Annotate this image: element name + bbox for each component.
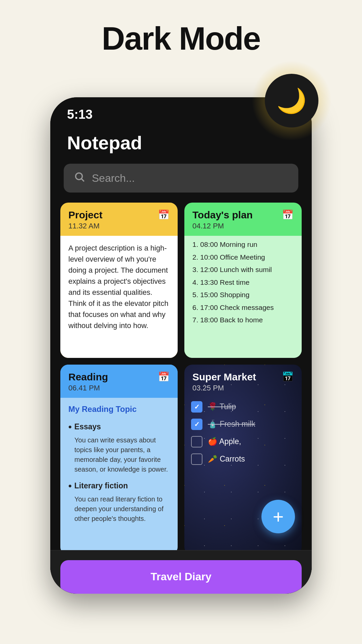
travel-diary-card[interactable]: Travel Diary (60, 560, 302, 594)
todays-plan-card-body: 1. 08:00 Morning run 2. 10:00 Office Mee… (184, 236, 302, 358)
check-item-carrots[interactable]: 🥕 Carrots (191, 453, 295, 465)
reading-card-body: My Reading Topic Essays You can write es… (60, 398, 178, 555)
supermarket-card-header: Super Market 03.25 PM 📅 (184, 365, 302, 398)
check-item-tulip[interactable]: 🌹 Tulip (191, 401, 295, 413)
plan-list: 1. 08:00 Morning run 2. 10:00 Office Mee… (192, 239, 294, 325)
travel-diary-title: Travel Diary (150, 571, 211, 583)
plan-item: 2. 10:00 Office Meeting (192, 252, 294, 263)
todays-plan-card[interactable]: Today's plan 04.12 PM 📅 1. 08:00 Morning… (184, 203, 302, 358)
project-card[interactable]: Project 11.32 AM 📅 A project description… (60, 203, 178, 358)
todays-plan-calendar-icon: 📅 (282, 209, 294, 220)
check-label-tulip: 🌹 Tulip (208, 402, 236, 411)
reading-fiction-desc: You can read literary fiction to deepen … (68, 494, 170, 524)
todays-plan-card-title: Today's plan (192, 209, 253, 220)
check-label-milk: 🧴 Fresh milk (208, 420, 255, 429)
project-card-time: 11.32 AM (68, 222, 103, 230)
search-placeholder: Search... (92, 172, 135, 184)
project-calendar-icon: 📅 (158, 209, 170, 220)
reading-item-essays: Essays You can write essays about topics… (68, 420, 170, 474)
check-label-apple: 🍎 Apple, (208, 437, 241, 446)
reading-card[interactable]: Reading 06.41 PM 📅 My Reading Topic Essa… (60, 365, 178, 555)
todays-plan-card-header: Today's plan 04.12 PM 📅 (184, 203, 302, 236)
svg-line-1 (81, 179, 83, 181)
project-card-header: Project 11.32 AM 📅 (60, 203, 178, 236)
reading-topic: My Reading Topic (68, 403, 170, 415)
reading-card-title: Reading (68, 371, 108, 382)
travel-diary-section: Travel Diary (60, 560, 302, 594)
reading-card-header: Reading 06.41 PM 📅 (60, 365, 178, 398)
project-card-title: Project (68, 209, 103, 220)
supermarket-card-time: 03.25 PM (192, 384, 256, 392)
phone-wrapper: 🌙 5:13 ●●● Notepad Search.. (50, 70, 312, 600)
app-title: Notepad (67, 132, 295, 154)
reading-calendar-icon: 📅 (158, 371, 170, 382)
status-time: 5:13 (67, 107, 93, 122)
check-label-carrots: 🥕 Carrots (208, 454, 245, 464)
supermarket-card-title: Super Market (192, 371, 256, 382)
check-item-apple[interactable]: 🍎 Apple, (191, 436, 295, 447)
search-icon (74, 171, 85, 185)
checkbox-tulip[interactable] (191, 401, 202, 413)
phone-screen: 5:13 ●●● Notepad Search... (50, 97, 312, 594)
search-bar[interactable]: Search... (64, 164, 298, 193)
reading-essays-title: Essays (68, 420, 170, 434)
reading-item-fiction: Literary fiction You can read literary f… (68, 479, 170, 524)
todays-plan-card-time: 04.12 PM (192, 222, 253, 230)
phone-frame: 5:13 ●●● Notepad Search... (50, 97, 312, 594)
plan-item: 7. 18:00 Back to home (192, 315, 294, 325)
plan-item: 6. 17:00 Check messages (192, 302, 294, 313)
checkbox-milk[interactable] (191, 419, 202, 430)
fab-plus-icon: + (273, 506, 284, 528)
plan-item: 4. 13:30 Rest time (192, 277, 294, 288)
checklist: 🌹 Tulip 🧴 Fresh milk 🍎 Apple, 🥕 (184, 398, 302, 478)
plan-item: 1. 08:00 Morning run (192, 239, 294, 250)
plan-item: 3. 12:00 Lunch with sumil (192, 264, 294, 275)
dark-mode-icon[interactable]: 🌙 (265, 74, 318, 127)
fab-add-button[interactable]: + (261, 500, 295, 533)
project-card-body: A project description is a high-level ov… (60, 236, 178, 358)
page-bg-title: Dark Mode (102, 20, 260, 57)
checkbox-carrots[interactable] (191, 453, 202, 465)
supermarket-calendar-icon: 📅 (282, 371, 294, 382)
check-item-milk[interactable]: 🧴 Fresh milk (191, 419, 295, 430)
plan-item: 5. 15:00 Shopping (192, 289, 294, 300)
reading-fiction-title: Literary fiction (68, 479, 170, 493)
checkbox-apple[interactable] (191, 436, 202, 447)
reading-card-time: 06.41 PM (68, 384, 108, 392)
reading-essays-desc: You can write essays about topics like y… (68, 435, 170, 474)
